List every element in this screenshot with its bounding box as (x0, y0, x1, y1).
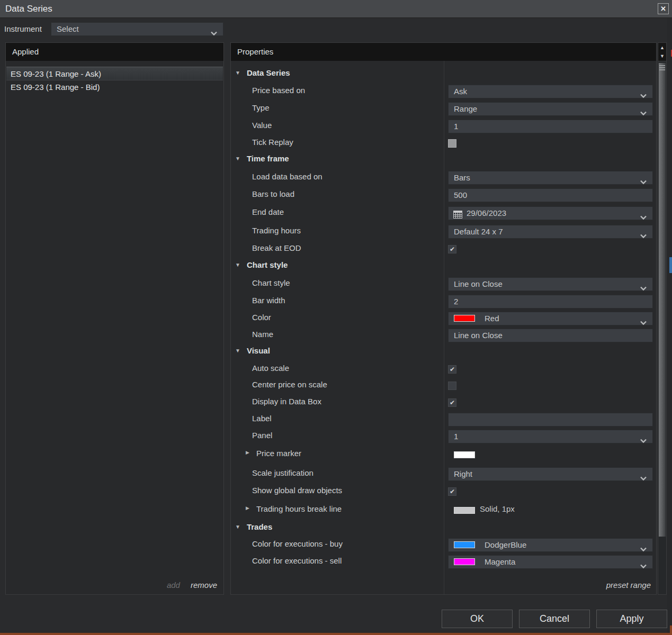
scroll-up-icon[interactable]: ▲ (658, 43, 666, 52)
collapse-icon: ▼ (235, 348, 240, 353)
section-data-series-section[interactable]: ▼Data Series (235, 68, 290, 80)
name-label: Name (252, 330, 273, 341)
title-bar[interactable]: Data Series ✕ (0, 0, 672, 18)
expander-icon: ▶ (246, 450, 249, 455)
color-swatch (454, 315, 475, 322)
label-input[interactable] (448, 413, 653, 427)
chevron-down-icon (640, 282, 647, 295)
calendar-icon (453, 210, 462, 222)
color-dropdown[interactable]: Red (448, 312, 653, 325)
end-date-label: End date (252, 207, 284, 219)
trading-hours-dropdown[interactable]: Default 24 x 7 (448, 225, 653, 239)
window-edge-accent (0, 633, 672, 635)
window-edge-accent (670, 625, 672, 635)
chevron-down-icon (640, 107, 647, 120)
applied-header: Applied (6, 43, 223, 61)
end-date-dropdown[interactable]: 29/06/2023 (448, 206, 653, 220)
break-at-eod-checkbox[interactable]: ✔ (448, 245, 456, 253)
type-dropdown[interactable]: Range (448, 102, 653, 116)
scrollbar-thumb[interactable] (659, 63, 666, 537)
properties-header: Properties (231, 43, 656, 61)
color-value: Red (485, 314, 499, 323)
trading-hours-break-line-swatch[interactable] (454, 507, 475, 514)
chevron-down-icon (640, 543, 647, 556)
checkmark-icon: ✔ (449, 366, 456, 373)
type-value: Range (454, 104, 477, 113)
trading-hours-value: Default 24 x 7 (454, 227, 503, 236)
expander-icon: ▶ (246, 505, 249, 511)
applied-item[interactable]: ES 09-23 (1 Range - Bid) (6, 80, 223, 94)
load-data-based-on-dropdown[interactable]: Bars (448, 171, 653, 185)
color-swatch (454, 558, 475, 565)
name-input[interactable]: Line on Close (448, 329, 653, 342)
section-label: Chart style (247, 260, 288, 269)
section-visual-section[interactable]: ▼Visual (235, 346, 270, 358)
panel-label: Panel (252, 431, 272, 442)
trading-hours-break-line-row[interactable]: Trading hours break line (256, 504, 342, 516)
applied-item[interactable]: ES 09-23 (1 Range - Ask) (6, 67, 223, 80)
ok-button[interactable]: OK (442, 610, 513, 628)
end-date-value: 29/06/2023 (467, 208, 506, 217)
price-based-on-label: Price based on (252, 86, 305, 97)
chart-style-dropdown[interactable]: Line on Close (448, 277, 653, 291)
name-value: Line on Close (454, 331, 503, 340)
dialog-title: Data Series (5, 0, 52, 17)
tick-replay-label: Tick Replay (252, 138, 293, 149)
chevron-down-icon (640, 472, 647, 485)
background-app-strip (667, 18, 672, 633)
scroll-down-icon[interactable]: ▼ (658, 52, 666, 60)
close-icon[interactable]: ✕ (658, 3, 669, 14)
section-time-frame-section[interactable]: ▼Time frame (235, 154, 289, 166)
remove-link[interactable]: remove (191, 580, 217, 589)
load-data-based-on-value: Bars (454, 173, 470, 182)
collapse-icon: ▼ (235, 524, 240, 530)
checkmark-icon: ✔ (449, 488, 456, 495)
display-in-data-box-checkbox[interactable]: ✔ (448, 398, 456, 407)
auto-scale-label: Auto scale (252, 364, 289, 375)
properties-scrollbar[interactable]: ▲ ▼ (658, 42, 667, 595)
property-grid: ▼Data SeriesPrice based onAskTypeRangeVa… (231, 61, 656, 594)
scale-justification-dropdown[interactable]: Right (448, 467, 653, 481)
show-global-draw-objects-checkbox[interactable]: ✔ (448, 487, 456, 496)
collapse-icon: ▼ (235, 156, 240, 161)
section-chart-style-section[interactable]: ▼Chart style (235, 260, 288, 272)
trading-hours-label: Trading hours (252, 226, 301, 238)
panel-dropdown[interactable]: 1 (448, 430, 653, 443)
auto-scale-checkbox[interactable]: ✔ (448, 365, 456, 374)
apply-button[interactable]: Apply (596, 610, 667, 628)
instrument-value: Select (57, 24, 79, 33)
scale-justification-label: Scale justification (252, 468, 313, 480)
center-price-on-scale-checkbox[interactable] (448, 382, 456, 390)
instrument-dropdown[interactable]: Select (51, 22, 223, 36)
color-executions-sell-label: Color for executions - sell (252, 556, 342, 568)
section-label: Trades (247, 522, 272, 531)
price-marker-swatch[interactable] (454, 451, 475, 458)
add-link: add (167, 580, 180, 589)
color-executions-buy-value: DodgerBlue (485, 540, 526, 549)
preset-range-link[interactable]: preset range (606, 580, 651, 589)
checkmark-icon: ✔ (449, 246, 456, 253)
color-executions-sell-dropdown[interactable]: Magenta (448, 555, 653, 569)
value-input[interactable]: 1 (448, 120, 653, 133)
chevron-down-icon (210, 27, 218, 40)
scrollbar-grip (659, 65, 665, 70)
break-at-eod-label: Break at EOD (252, 243, 301, 255)
collapse-icon: ▼ (235, 70, 240, 76)
collapse-icon: ▼ (235, 262, 240, 268)
section-trades-section[interactable]: ▼Trades (235, 522, 272, 534)
chevron-down-icon (640, 176, 647, 188)
color-executions-buy-dropdown[interactable]: DodgerBlue (448, 538, 653, 552)
cancel-button[interactable]: Cancel (519, 610, 590, 628)
bar-width-input[interactable]: 2 (448, 295, 653, 309)
chart-style-label: Chart style (252, 278, 290, 290)
price-based-on-dropdown[interactable]: Ask (448, 85, 653, 98)
price-marker-row[interactable]: Price marker (256, 449, 301, 460)
label-label: Label (252, 414, 272, 425)
tick-replay-checkbox (448, 139, 456, 148)
chevron-down-icon (640, 434, 647, 447)
color-executions-buy-label: Color for executions - buy (252, 539, 343, 551)
applied-panel: Applied ES 09-23 (1 Range - Ask) ES 09-2… (5, 42, 224, 595)
scrollbar-buttons: ▲ ▼ (658, 43, 666, 61)
bars-to-load-input[interactable]: 500 (448, 188, 653, 202)
chevron-down-icon (640, 211, 647, 224)
